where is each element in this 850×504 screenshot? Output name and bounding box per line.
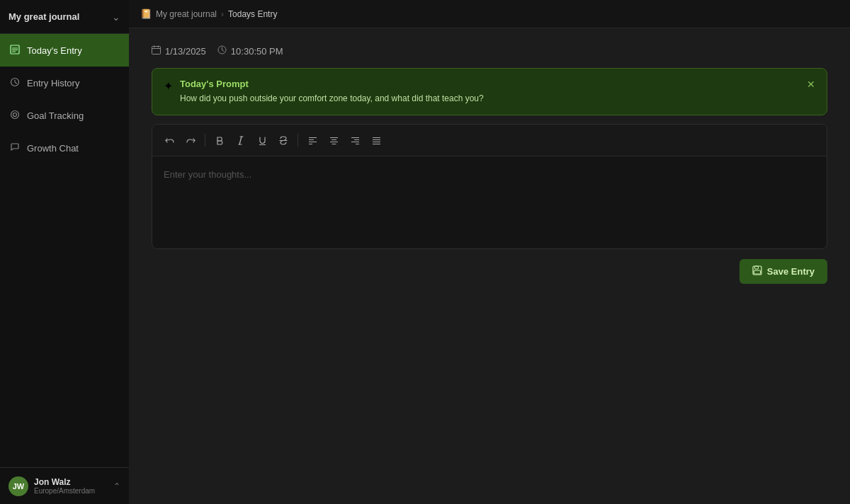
time-badge: 10:30:50 PM xyxy=(217,45,283,57)
sidebar-collapse-icon[interactable]: ⌄ xyxy=(112,11,120,23)
strikethrough-button[interactable] xyxy=(273,130,293,150)
svg-rect-7 xyxy=(152,47,161,55)
sidebar-item-entry-history[interactable]: Entry History xyxy=(0,67,129,99)
editor-toolbar xyxy=(152,125,827,156)
save-label: Save Entry xyxy=(767,266,815,277)
clock-icon xyxy=(217,45,227,57)
svg-point-6 xyxy=(13,113,17,116)
save-row: Save Entry xyxy=(152,259,827,284)
prompt-body: Today's Prompt How did you push outside … xyxy=(180,79,484,105)
italic-button[interactable] xyxy=(231,130,251,150)
prompt-box: ✦ Today's Prompt How did you push outsid… xyxy=(152,68,827,115)
sidebar-item-goal-tracking[interactable]: Goal Tracking xyxy=(0,99,129,132)
svg-line-13 xyxy=(222,50,224,52)
date-badge: 1/13/2025 xyxy=(152,45,206,57)
align-right-button[interactable] xyxy=(345,130,365,150)
save-entry-button[interactable]: Save Entry xyxy=(740,259,827,284)
bold-button[interactable] xyxy=(210,130,230,150)
user-timezone: Europe/Amsterdam xyxy=(34,487,95,495)
undo-button[interactable] xyxy=(159,130,179,150)
growth-chat-icon xyxy=(10,142,20,154)
svg-line-14 xyxy=(239,137,242,144)
toolbar-separator-1 xyxy=(205,134,205,147)
user-details: Jon Walz Europe/Amsterdam xyxy=(34,477,95,495)
editor-body[interactable]: Enter your thoughts... xyxy=(152,156,827,248)
calendar-icon xyxy=(152,45,161,57)
editor-container: Enter your thoughts... xyxy=(152,124,827,249)
topbar: 📔 My great journal › Todays Entry xyxy=(129,0,850,28)
prompt-title: Today's Prompt xyxy=(180,79,484,89)
save-icon xyxy=(752,265,762,277)
sidebar-item-label: Entry History xyxy=(27,78,79,88)
user-info: JW Jon Walz Europe/Amsterdam xyxy=(8,476,95,496)
align-left-button[interactable] xyxy=(302,130,322,150)
prompt-close-button[interactable]: ✕ xyxy=(807,79,815,90)
sidebar-footer: JW Jon Walz Europe/Amsterdam ⌃ xyxy=(0,467,129,504)
underline-button[interactable] xyxy=(252,130,272,150)
avatar: JW xyxy=(8,476,28,496)
entry-history-icon xyxy=(10,77,20,89)
user-menu-icon[interactable]: ⌃ xyxy=(113,481,120,491)
todays-entry-icon xyxy=(10,45,20,57)
prompt-text: How did you push outside your comfort zo… xyxy=(180,92,484,105)
svg-point-5 xyxy=(11,110,19,118)
date-text: 1/13/2025 xyxy=(165,46,206,57)
breadcrumb-current: Todays Entry xyxy=(228,9,277,19)
redo-button[interactable] xyxy=(181,130,200,150)
breadcrumb-journal[interactable]: My great journal xyxy=(156,9,217,19)
breadcrumb-separator: › xyxy=(221,9,224,19)
align-center-button[interactable] xyxy=(324,130,344,150)
content-area: 1/13/2025 10:30:50 PM ✦ Today's Prompt xyxy=(129,28,850,504)
toolbar-separator-2 xyxy=(298,134,298,147)
sidebar-item-todays-entry[interactable]: Today's Entry xyxy=(0,34,129,67)
svg-rect-36 xyxy=(754,266,758,269)
journal-icon: 📔 xyxy=(140,8,152,19)
datetime-row: 1/13/2025 10:30:50 PM xyxy=(152,45,827,57)
sidebar-item-growth-chat[interactable]: Growth Chat xyxy=(0,132,129,164)
svg-rect-37 xyxy=(754,270,760,274)
sidebar: My great journal ⌄ Today's Entry xyxy=(0,0,129,504)
main-content: 📔 My great journal › Todays Entry 1/13/2… xyxy=(129,0,850,504)
sidebar-nav: Today's Entry Entry History Goal Trackin… xyxy=(0,34,129,467)
align-justify-button[interactable] xyxy=(366,130,386,150)
sidebar-item-label: Today's Entry xyxy=(27,45,82,56)
prompt-content: ✦ Today's Prompt How did you push outsid… xyxy=(164,79,484,105)
prompt-star-icon: ✦ xyxy=(164,79,173,93)
user-name: Jon Walz xyxy=(34,477,95,487)
time-text: 10:30:50 PM xyxy=(231,46,283,57)
sidebar-header: My great journal ⌄ xyxy=(0,0,129,34)
goal-tracking-icon xyxy=(10,110,20,122)
editor-placeholder: Enter your thoughts... xyxy=(164,169,251,180)
sidebar-item-label: Growth Chat xyxy=(27,143,79,154)
sidebar-item-label: Goal Tracking xyxy=(27,110,84,121)
sidebar-title: My great journal xyxy=(8,11,79,22)
